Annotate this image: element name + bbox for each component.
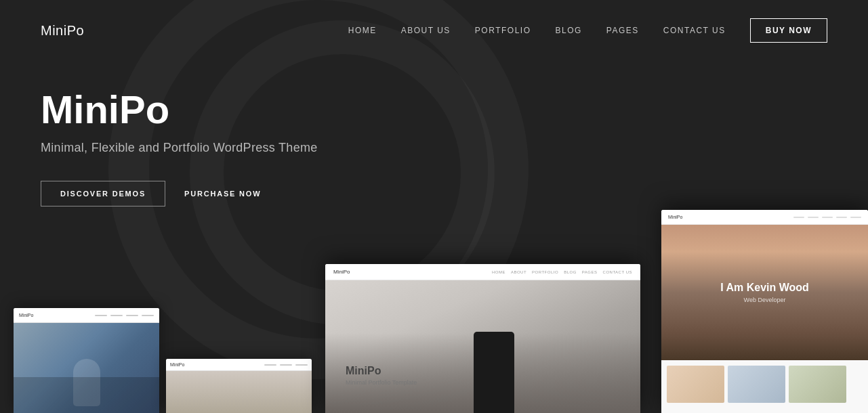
nav-portfolio[interactable]: PORTFOLIO [475,26,531,35]
nav-home[interactable]: HOME [348,26,377,35]
hero-subtitle: Minimal, Flexible and Portfolio WordPres… [41,141,827,155]
hero-section: MiniPo Minimal, Flexible and Portfolio W… [0,61,868,206]
nav-contact[interactable]: CONTACT US [663,26,726,35]
purchase-now-button[interactable]: PURCHASE NOW [184,190,261,198]
nav-about[interactable]: ABOUT US [401,26,451,35]
discover-demos-button[interactable]: DISCOVER DEMOS [41,181,165,206]
nav-pages[interactable]: PAGES [606,26,639,35]
brand-logo[interactable]: MiniPo [41,23,84,39]
hero-title: MiniPo [41,88,827,131]
nav-blog[interactable]: BLOG [555,26,581,35]
nav-links: HOME ABOUT US PORTFOLIO BLOG PAGES CONTA… [348,18,827,43]
hero-buttons: DISCOVER DEMOS PURCHASE NOW [41,181,827,206]
navbar: MiniPo HOME ABOUT US PORTFOLIO BLOG PAGE… [0,0,868,61]
buy-now-button[interactable]: BUY NOW [750,18,827,43]
